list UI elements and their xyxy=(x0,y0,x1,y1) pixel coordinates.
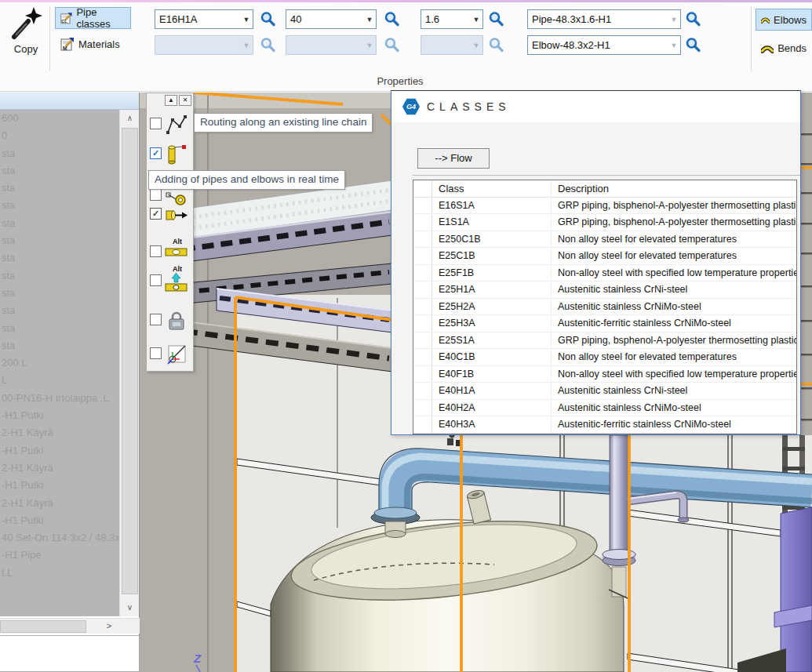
pipe-part-combo[interactable]: Pipe-48.3x1.6-H1 ▼ xyxy=(527,9,681,29)
row-gutter[interactable] xyxy=(413,366,432,383)
checkbox-elbow-fitting[interactable]: ✓ xyxy=(150,189,162,201)
list-item[interactable]: sta xyxy=(0,302,119,319)
class-cell[interactable]: E25S1A xyxy=(432,332,552,349)
search-thickness-icon[interactable] xyxy=(488,11,504,27)
description-cell[interactable]: Austenitic-ferritic stainless CrNiMo-ste… xyxy=(552,416,796,433)
list-item[interactable]: sta xyxy=(0,145,119,162)
list-item[interactable]: 2-H1 Käyrä xyxy=(0,495,119,512)
scroll-right-button[interactable]: > xyxy=(100,620,118,633)
description-cell[interactable]: Non-alloy steel with specified low tempe… xyxy=(552,265,796,282)
scrollbar-thumb[interactable] xyxy=(0,620,86,633)
search-icon[interactable] xyxy=(384,37,400,53)
elbows-button[interactable]: Elbows xyxy=(756,9,812,31)
wall-thickness-combo[interactable]: 1.6 ▼ xyxy=(421,9,483,29)
row-gutter[interactable] xyxy=(413,332,432,349)
list-item[interactable]: t.L xyxy=(0,565,119,582)
table-row[interactable]: E40H3A Austenitic-ferritic stainless CrN… xyxy=(413,416,796,434)
description-cell[interactable]: Austenitic stainless CrNiMo-steel xyxy=(552,400,796,416)
checkbox-line-chain[interactable]: ✓ xyxy=(150,118,162,129)
table-row[interactable]: E40C1B Non alloy steel for elevated temp… xyxy=(413,349,796,366)
list-item[interactable]: sta xyxy=(0,215,119,232)
row-gutter[interactable] xyxy=(413,349,432,365)
list-item[interactable]: -H1 Putki xyxy=(0,407,119,424)
row-gutter[interactable] xyxy=(413,231,432,248)
checkbox-alt-break[interactable]: ✓ xyxy=(150,245,162,257)
chevron-down-icon[interactable]: ▼ xyxy=(668,42,680,49)
list-item[interactable]: sta xyxy=(0,249,119,267)
list-item[interactable]: sta xyxy=(0,162,119,180)
list-item[interactable]: -H1 Pipe xyxy=(0,547,119,564)
class-cell[interactable]: E40C1B xyxy=(432,349,552,365)
list-item[interactable]: 2-H1 Käyrä xyxy=(0,424,119,441)
materials-button[interactable]: M Materials xyxy=(55,33,131,55)
nominal-size-combo[interactable]: 40 ▼ xyxy=(286,9,377,29)
object-list[interactable]: 6000stastastastastastastastastastastasta… xyxy=(0,110,119,616)
list-item[interactable]: 200.L xyxy=(0,354,119,372)
list-item[interactable]: 0 xyxy=(0,127,119,144)
class-column-header[interactable]: Class xyxy=(432,180,552,197)
table-row[interactable]: E250C1B Non alloy steel for elevated tem… xyxy=(413,231,796,249)
horizontal-scrollbar[interactable]: > xyxy=(0,618,140,634)
description-cell[interactable]: Non alloy steel for elevated temperature… xyxy=(552,231,796,248)
description-cell[interactable]: Non alloy steel for elevated temperature… xyxy=(552,248,796,264)
list-item[interactable]: sta xyxy=(0,320,119,337)
table-row[interactable]: E40F1B Non-alloy steel with specified lo… xyxy=(413,366,796,383)
list-item[interactable]: 00-PN16-H Irtolaippa .L xyxy=(0,390,119,407)
class-cell[interactable]: E40H2A xyxy=(432,400,552,416)
table-row[interactable]: E25F1B Non-alloy steel with specified lo… xyxy=(413,265,796,282)
list-item[interactable]: sta xyxy=(0,232,119,249)
class-cell[interactable]: E16S1A xyxy=(432,198,552,214)
panel-header[interactable] xyxy=(0,93,139,110)
chevron-down-icon[interactable]: ▼ xyxy=(470,16,482,24)
row-gutter[interactable] xyxy=(413,198,432,214)
description-cell[interactable]: Austenitic stainless CrNi-steel xyxy=(552,282,796,298)
table-row[interactable]: E25H3A Austenitic-ferritic stainless CrN… xyxy=(413,315,796,332)
list-item[interactable]: -H1 Putki xyxy=(0,442,119,460)
class-cell[interactable]: E250C1B xyxy=(432,231,552,248)
class-cell[interactable]: E40F1B xyxy=(432,366,552,383)
scrollbar-thumb[interactable] xyxy=(122,128,138,594)
elbow-part-combo[interactable]: Elbow-48.3x2-H1 ▼ xyxy=(527,35,681,55)
search-icon[interactable] xyxy=(488,37,504,53)
pipe-classes-button[interactable]: CL Pipe classes xyxy=(55,7,131,29)
description-cell[interactable]: GRP piping, bisphenol-A-polyester thermo… xyxy=(552,198,796,214)
scroll-down-button[interactable]: ∨ xyxy=(120,599,140,616)
row-gutter[interactable] xyxy=(413,416,432,433)
list-item[interactable]: sta xyxy=(0,285,119,302)
description-cell[interactable]: Austenitic stainless CrNi-steel xyxy=(552,383,796,399)
checkbox-extend-pipe[interactable]: ✓ xyxy=(150,208,162,220)
list-item[interactable]: 2-H1 Käyrä xyxy=(0,460,119,477)
table-row[interactable]: E40H1A Austenitic stainless CrNi-steel xyxy=(413,383,796,400)
bends-button[interactable]: Bends xyxy=(756,37,812,59)
class-cell[interactable]: E40H1A xyxy=(432,383,552,399)
table-row[interactable]: E25H2A Austenitic stainless CrNiMo-steel xyxy=(413,299,796,316)
description-cell[interactable]: GRP piping, bisphenol-A-polyester thermo… xyxy=(552,214,796,231)
dialog-titlebar[interactable]: G4 CLASSES xyxy=(391,91,800,122)
list-item[interactable]: 600 xyxy=(0,110,119,127)
list-item[interactable]: L xyxy=(0,372,119,389)
checkbox-realtime-pipes[interactable]: ✓ xyxy=(150,147,162,159)
row-gutter[interactable] xyxy=(413,265,432,282)
search-pipe-class-icon[interactable] xyxy=(260,11,276,27)
list-item[interactable]: sta xyxy=(0,180,119,197)
search-size-icon[interactable] xyxy=(384,11,400,27)
list-item[interactable]: sta xyxy=(0,337,119,354)
description-cell[interactable]: Non alloy steel for elevated temperature… xyxy=(552,349,796,365)
close-icon[interactable]: ✕ xyxy=(179,95,191,106)
flow-button[interactable]: --> Flow xyxy=(417,148,490,169)
collapse-button[interactable]: ▲ xyxy=(165,95,177,106)
scroll-up-button[interactable]: ∧ xyxy=(120,110,140,127)
search-elbow-part-icon[interactable] xyxy=(685,37,701,53)
table-row[interactable]: E16S1A GRP piping, bisphenol-A-polyester… xyxy=(413,198,796,215)
search-pipe-part-icon[interactable] xyxy=(685,11,701,27)
class-cell[interactable]: E40H3A xyxy=(432,416,552,433)
row-gutter[interactable] xyxy=(413,214,432,231)
list-item[interactable]: sta xyxy=(0,267,119,285)
checkbox-ucs-plane[interactable]: ✓ xyxy=(150,347,162,359)
description-cell[interactable]: GRP piping, bsphenol-A-polyester thermos… xyxy=(552,332,796,349)
table-row[interactable]: E25C1B Non alloy steel for elevated temp… xyxy=(413,248,796,265)
table-row[interactable]: E25S1A GRP piping, bsphenol-A-polyester … xyxy=(413,332,796,350)
row-gutter[interactable] xyxy=(413,299,432,315)
row-gutter[interactable] xyxy=(413,248,432,264)
row-gutter[interactable] xyxy=(413,400,432,416)
